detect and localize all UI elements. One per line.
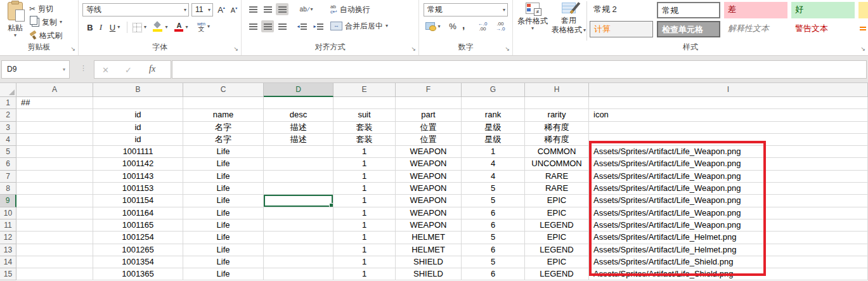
alignment-dialog-launcher-icon[interactable]: ↘	[411, 46, 416, 52]
cell-I1[interactable]	[589, 97, 868, 109]
cell-F2[interactable]: part	[396, 109, 462, 121]
style-swatch-partial[interactable]	[858, 2, 868, 18]
cell-G8[interactable]: 5	[462, 183, 525, 195]
cell-F14[interactable]: SHIELD	[396, 256, 462, 268]
column-header-A[interactable]: A	[16, 83, 93, 97]
cell-B1[interactable]	[93, 97, 183, 109]
align-left-button[interactable]	[247, 20, 259, 32]
row-header-8[interactable]: 8	[0, 183, 16, 195]
bold-button[interactable]: B	[85, 21, 95, 34]
styles-dialog-launcher-icon[interactable]: ↘	[860, 46, 865, 52]
column-header-D[interactable]: D	[264, 83, 334, 97]
cell-F9[interactable]: WEAPON	[396, 195, 462, 207]
font-name-dropdown-icon[interactable]: ▾	[184, 8, 186, 13]
cell-F7[interactable]: WEAPON	[396, 171, 462, 183]
cell-C1[interactable]	[183, 97, 264, 109]
cell-C5[interactable]: Life	[183, 146, 264, 158]
cell-G15[interactable]: 6	[462, 268, 525, 280]
cell-C7[interactable]: Life	[183, 171, 264, 183]
format-as-table-button[interactable]: 套用 表格格式 ▾	[551, 3, 586, 35]
number-format-dropdown-icon[interactable]: ▾	[503, 8, 505, 13]
bottom-align-button[interactable]	[276, 3, 288, 15]
cell-I12[interactable]: Assets/Sprites/Artifact/Life_Helmet.png	[589, 232, 868, 244]
row-header-3[interactable]: 3	[0, 122, 16, 134]
cell-G1[interactable]	[462, 97, 525, 109]
cell-B9[interactable]: 1001154	[93, 195, 183, 207]
wrap-text-button[interactable]: ab c↩ 自动换行	[330, 3, 370, 16]
row-header-4[interactable]: 4	[0, 134, 16, 146]
font-color-button[interactable]: A ▾	[172, 20, 190, 34]
cell-I3[interactable]	[589, 122, 868, 134]
cell-F5[interactable]: WEAPON	[396, 146, 462, 158]
cell-F15[interactable]: SHIELD	[396, 268, 462, 280]
cell-E15[interactable]: 1	[334, 268, 396, 280]
underline-button[interactable]: U ▾	[107, 21, 123, 34]
clipboard-dialog-launcher-icon[interactable]: ↘	[70, 46, 75, 52]
cell-A9[interactable]	[16, 195, 93, 207]
column-header-H[interactable]: H	[525, 83, 589, 97]
cell-E1[interactable]	[334, 97, 396, 109]
row-header-6[interactable]: 6	[0, 158, 16, 170]
column-header-C[interactable]: C	[183, 83, 264, 97]
name-box[interactable]: D9 ▾	[1, 60, 70, 79]
cell-E3[interactable]: 套装	[334, 122, 396, 134]
cell-I13[interactable]: Assets/Sprites/Artifact/Life_Helmet.png	[589, 244, 868, 256]
insert-function-icon[interactable]: fx	[149, 64, 155, 74]
cell-A11[interactable]	[16, 219, 93, 232]
cell-H12[interactable]: EPIC	[525, 232, 589, 244]
row-header-12[interactable]: 12	[0, 232, 16, 244]
underline-dropdown-icon[interactable]: ▾	[117, 25, 120, 30]
cell-G11[interactable]: 6	[462, 219, 525, 232]
cell-A8[interactable]	[16, 183, 93, 195]
cell-A6[interactable]	[16, 158, 93, 170]
cell-H15[interactable]: LEGEND	[525, 268, 589, 280]
decrease-decimal-button[interactable]: .00→.0	[493, 20, 508, 33]
cell-G5[interactable]: 1	[462, 146, 525, 158]
cell-C3[interactable]: 名字	[183, 122, 264, 134]
increase-indent-button[interactable]: ▸	[311, 20, 325, 32]
cell-C4[interactable]: 名字	[183, 134, 264, 146]
row-header-2[interactable]: 2	[0, 109, 16, 121]
merge-center-dropdown-icon[interactable]: ▾	[385, 23, 388, 29]
cell-B10[interactable]: 1001164	[93, 207, 183, 219]
decrease-indent-button[interactable]: ◂	[295, 20, 309, 32]
cell-D14[interactable]	[264, 256, 334, 268]
cell-A13[interactable]	[16, 244, 93, 256]
cell-G6[interactable]: 4	[462, 158, 525, 170]
cell-D10[interactable]	[264, 207, 334, 219]
row-header-5[interactable]: 5	[0, 146, 16, 158]
cell-B11[interactable]: 1001165	[93, 219, 183, 232]
cell-A7[interactable]	[16, 171, 93, 183]
cell-I7[interactable]: Assets/Sprites/Artifact/Life_Weapon.png	[589, 171, 868, 183]
cell-H7[interactable]: RARE	[525, 171, 589, 183]
row-header-11[interactable]: 11	[0, 219, 16, 232]
column-header-I[interactable]: I	[589, 83, 868, 97]
cell-H9[interactable]: EPIC	[525, 195, 589, 207]
cell-C15[interactable]: Life	[183, 268, 264, 280]
cell-E12[interactable]: 1	[334, 232, 396, 244]
paste-button[interactable]: 粘贴 ▾	[3, 2, 28, 38]
cell-G9[interactable]: 5	[462, 195, 525, 207]
cell-H4[interactable]: 稀有度	[525, 134, 589, 146]
cell-E9[interactable]: 1	[334, 195, 396, 207]
format-painter-button[interactable]: 格式刷	[29, 29, 62, 42]
cell-A5[interactable]	[16, 146, 93, 158]
cell-I10[interactable]: Assets/Sprites/Artifact/Life_Weapon.png	[589, 207, 868, 219]
align-center-button[interactable]	[261, 20, 274, 32]
cell-C10[interactable]: Life	[183, 207, 264, 219]
formula-input[interactable]	[172, 60, 867, 79]
font-color-dropdown-icon[interactable]: ▾	[185, 25, 188, 30]
cell-D5[interactable]	[264, 146, 334, 158]
cell-C6[interactable]: Life	[183, 158, 264, 170]
row-header-7[interactable]: 7	[0, 171, 16, 183]
cell-B7[interactable]: 1001143	[93, 171, 183, 183]
cell-D1[interactable]	[264, 97, 334, 109]
middle-align-button[interactable]	[261, 3, 274, 15]
cell-I15[interactable]: Assets/Sprites/Artifact/Life_Shield.png	[589, 268, 868, 280]
cell-H2[interactable]: rarity	[525, 109, 589, 121]
cell-G7[interactable]: 4	[462, 171, 525, 183]
cell-D7[interactable]	[264, 171, 334, 183]
cell-H10[interactable]: EPIC	[525, 207, 589, 219]
percent-style-button[interactable]: %	[447, 20, 458, 32]
borders-dropdown-icon[interactable]: ▾	[144, 25, 146, 30]
